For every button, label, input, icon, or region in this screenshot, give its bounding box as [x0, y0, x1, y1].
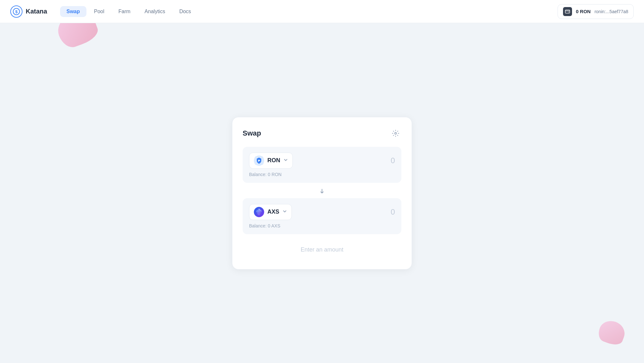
nav-links: Swap Pool Farm Analytics Docs — [60, 6, 558, 17]
svg-text:$: $ — [15, 9, 18, 14]
svg-rect-2 — [565, 10, 570, 13]
to-token-amount: 0 — [391, 208, 395, 217]
from-token-amount: 0 — [391, 156, 395, 165]
swap-direction-button[interactable] — [317, 186, 327, 196]
nav-farm[interactable]: Farm — [112, 6, 137, 17]
swap-title: Swap — [243, 129, 261, 137]
svg-point-3 — [568, 12, 569, 12]
to-token-row: AXS 0 — [249, 204, 395, 220]
wallet-balance: 0 RON — [576, 9, 591, 14]
from-token-selector[interactable]: RON — [249, 153, 293, 169]
from-token-name: RON — [267, 157, 280, 164]
navbar: $ Katana Swap Pool Farm Analytics Docs 0… — [0, 0, 644, 23]
to-token-balance: Balance: 0 AXS — [249, 223, 395, 228]
wallet-icon — [563, 7, 572, 16]
to-token-name: AXS — [267, 208, 279, 215]
from-token-row: RON 0 — [249, 153, 395, 169]
svg-rect-6 — [258, 161, 259, 162]
swap-arrow-container — [243, 184, 401, 198]
logo-icon: $ — [10, 5, 22, 18]
axs-icon — [254, 207, 264, 217]
swap-header: Swap — [243, 128, 401, 139]
brand-logo[interactable]: $ Katana — [10, 5, 47, 18]
nav-analytics[interactable]: Analytics — [138, 6, 172, 17]
svg-point-4 — [395, 132, 397, 134]
nav-pool[interactable]: Pool — [88, 6, 111, 17]
enter-amount-button: Enter an amount — [243, 241, 401, 259]
to-token-selector[interactable]: AXS — [249, 204, 292, 220]
to-token-area: AXS 0 Balance: 0 AXS — [243, 198, 401, 234]
from-token-area: RON 0 Balance: 0 RON — [243, 147, 401, 183]
wallet-button[interactable]: 0 RON ronin:...5aef77a8 — [558, 4, 634, 19]
nav-right: 0 RON ronin:...5aef77a8 — [558, 4, 634, 19]
main-content: Swap — [0, 23, 644, 363]
settings-button[interactable] — [390, 128, 401, 139]
from-token-chevron — [283, 158, 288, 163]
nav-docs[interactable]: Docs — [173, 6, 197, 17]
nav-swap[interactable]: Swap — [60, 6, 86, 17]
wallet-address: ronin:...5aef77a8 — [595, 9, 628, 14]
from-token-balance: Balance: 0 RON — [249, 172, 395, 177]
brand-name: Katana — [26, 8, 47, 15]
to-token-chevron — [282, 209, 287, 215]
swap-card: Swap — [232, 117, 412, 270]
ron-icon — [254, 155, 264, 166]
